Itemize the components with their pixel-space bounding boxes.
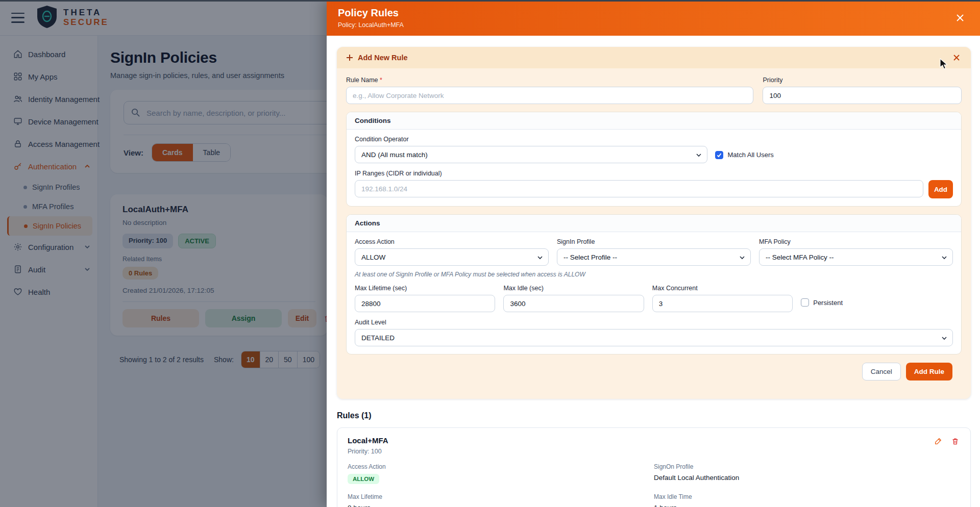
edit-pencil-icon (934, 437, 942, 445)
drawer-close-button[interactable] (953, 11, 967, 24)
drawer-body: Add New Rule Rule Name * Priority (327, 36, 980, 507)
rule-access-action-badge: ALLOW (348, 474, 379, 484)
actions-section: Actions Access Action ALLOW (346, 214, 962, 354)
mfa-policy-select[interactable]: -- Select MFA Policy -- (759, 248, 953, 266)
trash-icon (951, 437, 959, 445)
add-rule-panel: Add New Rule Rule Name * Priority (337, 47, 971, 399)
access-action-select[interactable]: ALLOW (355, 248, 549, 266)
close-icon (955, 13, 965, 22)
chevron-down-icon (739, 255, 745, 261)
edit-rule-button[interactable] (933, 436, 943, 446)
allow-requirement-note: At least one of SignIn Profile or MFA Po… (355, 271, 953, 278)
add-rule-close-button[interactable] (951, 53, 962, 63)
rule-max-lifetime-label: Max Lifetime (348, 493, 654, 500)
check-icon (717, 153, 722, 158)
access-action-label: Access Action (355, 238, 549, 245)
rule-signon-profile-value: Default Local Authentication (654, 474, 960, 481)
cancel-button[interactable]: Cancel (862, 363, 901, 381)
max-idle-input[interactable] (503, 295, 644, 312)
add-rule-button[interactable]: Add Rule (906, 363, 952, 381)
close-icon (953, 54, 960, 61)
chevron-down-icon (941, 335, 947, 341)
add-rule-title: Add New Rule (358, 54, 407, 62)
rule-name-input[interactable] (346, 87, 753, 104)
window-top-edge (0, 0, 980, 2)
ip-ranges-input[interactable] (355, 180, 923, 197)
rule-name-label: Rule Name * (346, 77, 753, 84)
chevron-down-icon (696, 152, 702, 158)
add-ip-button[interactable]: Add (928, 180, 953, 198)
chevron-down-icon (537, 255, 543, 261)
condition-operator-label: Condition Operator (355, 136, 707, 143)
condition-operator-select[interactable]: AND (All must match) (355, 146, 707, 163)
actions-title: Actions (347, 215, 961, 232)
persistent-checkbox[interactable] (801, 298, 809, 307)
drawer-header: Policy Rules Policy: LocalAuth+MFA (327, 0, 980, 36)
rule-max-lifetime-value: 8 hours (348, 504, 654, 507)
required-mark: * (380, 77, 382, 84)
audit-level-label: Audit Level (355, 319, 953, 326)
rule-max-idle-value: 1 hours (654, 504, 960, 507)
max-idle-label: Max Idle (sec) (503, 285, 644, 292)
max-concurrent-input[interactable] (652, 295, 793, 312)
drawer-title: Policy Rules (338, 7, 404, 19)
max-lifetime-input[interactable] (355, 295, 495, 312)
policy-rules-drawer: Policy Rules Policy: LocalAuth+MFA Add N… (327, 0, 980, 507)
signin-profile-label: SignIn Profile (557, 238, 751, 245)
audit-level-select[interactable]: DETAILED (355, 329, 953, 346)
persistent-label: Persistent (813, 299, 843, 307)
match-all-users-label: Match All Users (727, 151, 773, 159)
conditions-section: Conditions Condition Operator AND (All m… (346, 112, 962, 207)
rule-max-idle-label: Max Idle Time (654, 493, 960, 500)
chevron-down-icon (941, 255, 947, 261)
max-concurrent-label: Max Concurrent (652, 285, 793, 292)
signin-profile-select[interactable]: -- Select Profile -- (557, 248, 751, 266)
rule-signon-profile-label: SignOn Profile (654, 463, 960, 470)
priority-label: Priority (763, 77, 962, 84)
rule-name: Local+MFA (348, 436, 388, 445)
rules-heading: Rules (1) (337, 411, 971, 420)
max-lifetime-label: Max Lifetime (sec) (355, 285, 495, 292)
rule-access-action-label: Access Action (348, 463, 654, 470)
drawer-subtitle: Policy: LocalAuth+MFA (338, 21, 404, 29)
rule-card: Local+MFA Priority: 100 Access Action AL… (337, 427, 971, 507)
match-all-users-checkbox[interactable] (715, 151, 723, 159)
mfa-policy-label: MFA Policy (759, 238, 953, 245)
plus-icon (346, 54, 353, 61)
add-rule-header: Add New Rule (337, 47, 971, 68)
ip-ranges-label: IP Ranges (CIDR or individual) (355, 170, 953, 177)
conditions-title: Conditions (347, 112, 961, 130)
rule-priority: Priority: 100 (348, 448, 388, 455)
priority-input[interactable] (763, 87, 962, 104)
delete-rule-button[interactable] (950, 436, 960, 446)
